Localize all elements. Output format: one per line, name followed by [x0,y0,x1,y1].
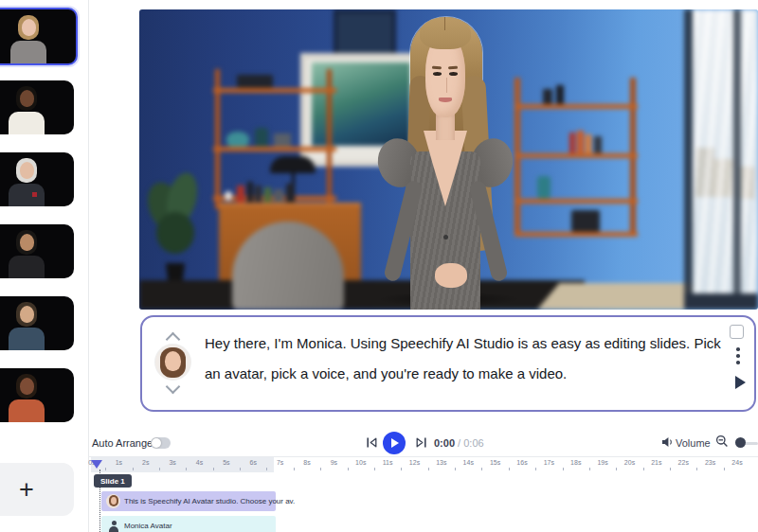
avatar-figure [0,296,74,350]
time-display: 0:00 / 0:06 [434,437,484,449]
avatar-figure [0,9,76,63]
ruler-tick-minor [266,468,267,470]
ruler-tick-minor [374,468,375,470]
ruler-tick-label: 6s [250,459,257,466]
ruler-tick-label: 10s [355,459,366,466]
ruler-tick-minor [535,468,536,470]
ruler-tick-label: 5s [223,459,229,466]
ruler-tick-minor [428,468,429,470]
volume-icon[interactable] [661,436,674,448]
presenter-avatar-monica [139,9,758,310]
ruler-tick-label: 1s [116,459,122,466]
ruler-tick-minor [186,468,187,470]
ruler-tick-minor [563,468,564,470]
ruler-tick-minor [320,468,321,470]
chevron-down-icon[interactable] [166,380,181,395]
script-text[interactable]: Hey there, I'm Monica. Using Speechify A… [205,328,731,388]
white-shirt-man-avatar-thumb[interactable] [0,80,74,134]
kebab-menu-icon[interactable] [736,347,740,367]
script-checkbox[interactable] [730,325,744,339]
ruler-tick-label: 13s [436,459,446,466]
ruler-tick-minor [133,468,134,470]
clip-avatar-icon [106,494,120,508]
ruler-tick-minor [455,468,456,470]
ruler-tick-label: 2s [142,459,149,466]
sidebar-divider [88,0,89,532]
add-avatar-button[interactable]: + [0,463,74,516]
ruler-tick-label: 9s [331,459,337,466]
navy-polo-man-avatar-thumb[interactable] [0,296,74,350]
ruler-tick-minor [159,468,160,470]
ruler-tick-minor [509,468,510,470]
ruler-tick-minor [401,468,402,470]
current-time: 0:00 [434,437,455,449]
ruler-tick-label: 19s [597,459,607,466]
ruler-tick-label: 14s [463,459,474,466]
script-play-icon[interactable] [735,376,746,389]
ruler-tick-label: 11s [383,459,393,466]
avatar-figure [0,224,74,278]
slide-badge[interactable]: Slide 1 [94,474,132,488]
total-duration: 0:06 [463,437,483,449]
ruler-tick-minor [240,468,241,470]
ruler-tick-label: 8s [303,459,310,466]
ruler-tick-minor [105,468,106,470]
ruler-tick-label: 4s [196,459,203,466]
older-man-suit-avatar-thumb[interactable] [0,152,74,206]
person-icon [109,521,118,532]
ruler-tick-minor [696,468,697,470]
ruler-tick-minor [724,468,725,470]
ruler-tick-label: 3s [169,459,175,466]
script-panel: Hey there, I'm Monica. Using Speechify A… [140,315,756,412]
ruler-tick-label: 18s [570,459,581,466]
ruler-tick-label: 24s [731,459,742,466]
rust-dress-woman-avatar-thumb[interactable] [0,368,74,422]
monica-avatar-thumb[interactable] [0,8,78,65]
ruler-tick-label: 21s [651,459,661,466]
video-preview[interactable] [139,9,758,310]
ruler-tick-label: 23s [705,459,715,466]
auto-arrange-label: Auto Arrange [92,437,153,449]
ruler-tick-minor [481,468,482,470]
ruler-tick-label: 7s [277,459,283,466]
skip-to-start-icon[interactable] [366,436,378,449]
ruler-tick-minor [670,468,671,470]
playhead-handle[interactable] [91,460,102,469]
ruler-tick-minor [643,468,644,470]
ruler-tick-minor [213,468,214,470]
skip-to-end-icon[interactable] [415,436,427,449]
zoom-out-icon[interactable] [715,434,729,448]
ruler-tick-label: 12s [409,459,420,466]
plus-icon: + [19,475,34,505]
avatar-figure [0,368,74,422]
ruler-tick-label: 16s [516,459,527,466]
ruler-tick-minor [616,468,617,470]
speaker-avatar[interactable] [155,345,190,380]
avatar-figure [0,152,74,206]
timeline-ruler[interactable]: 0s1s2s3s4s5s6s7s8s9s10s11s12s13s14s15s16… [92,459,758,472]
ruler-tick-minor [294,468,295,470]
avatar-figure [0,80,74,134]
ruler-tick-minor [589,468,590,470]
script-clip[interactable]: This is Speechify AI Avatar studio. Choo… [101,491,276,511]
timeline-zoom-slider-knob[interactable] [735,437,746,448]
avatar-clip[interactable]: Monica Avatar [101,516,276,532]
play-icon [391,438,399,448]
ruler-tick-label: 22s [678,459,689,466]
ruler-tick-label: 20s [624,459,635,466]
avatar-sidebar: + [0,0,88,532]
play-button[interactable] [383,432,406,454]
black-tee-man-avatar-thumb[interactable] [0,224,74,278]
ruler-tick-minor [348,468,349,470]
ruler-tick-label: 17s [544,459,554,466]
ruler-tick-label: 15s [490,459,500,466]
auto-arrange-toggle[interactable] [151,437,171,449]
volume-label[interactable]: Volume [676,437,711,449]
